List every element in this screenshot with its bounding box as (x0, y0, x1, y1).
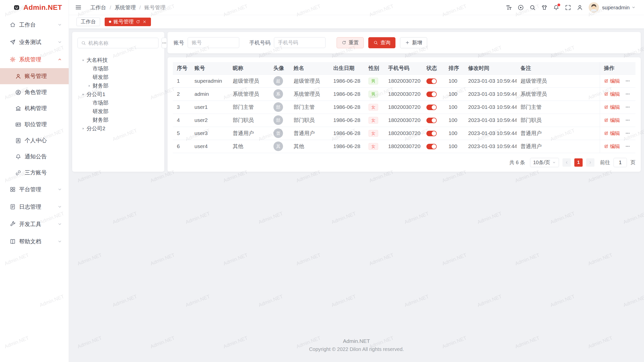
edit-button[interactable]: 编辑 (604, 91, 620, 98)
sidebar-item-workbench[interactable]: 工作台 (0, 16, 69, 33)
breadcrumb-item[interactable]: 工作台 (90, 4, 106, 11)
more-actions-button[interactable] (625, 118, 630, 123)
more-actions-button[interactable] (625, 131, 630, 136)
sidebar-item-log-manage[interactable]: 日志管理 (0, 198, 69, 215)
tree-caret-icon[interactable] (80, 93, 86, 96)
page-size-select[interactable]: 10条/页 (530, 158, 559, 167)
fullscreen-icon[interactable] (565, 4, 571, 11)
chevron-down-icon (57, 239, 62, 244)
edit-button[interactable]: 编辑 (604, 143, 620, 150)
cell-account: superadmin (190, 74, 229, 87)
theme-icon[interactable] (541, 4, 548, 11)
prev-page-button[interactable] (562, 158, 571, 167)
tab-account-manage[interactable]: 账号管理 (105, 18, 151, 26)
tree-node-label: 分公司2 (87, 125, 105, 132)
profile-icon[interactable] (577, 4, 583, 11)
goto-page-input[interactable] (614, 158, 627, 167)
status-toggle[interactable] (426, 118, 437, 123)
cell-birthdate: 1986-06-28 (329, 114, 365, 127)
user-menu-chevron-icon[interactable] (631, 5, 636, 10)
search-icon[interactable] (529, 4, 536, 11)
notification-icon[interactable] (553, 4, 559, 11)
status-toggle[interactable] (426, 131, 437, 136)
column-header: 状态 (422, 62, 445, 74)
cell-status (422, 87, 445, 101)
cell-avatar: 超 (269, 74, 290, 87)
sidebar-item-account-manage[interactable]: 账号管理 (0, 68, 69, 84)
tree-node[interactable]: 分公司2 (77, 124, 159, 133)
account-input[interactable] (188, 37, 239, 48)
sidebar-item-system-manage[interactable]: 系统管理 (0, 51, 69, 68)
tree-node[interactable]: 财务部 (77, 116, 159, 124)
tree-node[interactable]: 市场部 (77, 99, 159, 107)
row-avatar: 部 (273, 115, 283, 125)
breadcrumb: 工作台/系统管理/账号管理 (90, 4, 166, 11)
cell-birthdate: 1986-06-28 (329, 87, 365, 101)
cell-avatar: 系 (269, 87, 290, 101)
position-icon (15, 121, 21, 128)
org-search-box (77, 38, 158, 48)
cell-phone: 18020030720 (384, 74, 422, 87)
more-actions-button[interactable] (625, 144, 630, 149)
menu-collapse-icon[interactable] (75, 4, 82, 11)
more-actions-button[interactable] (625, 92, 630, 97)
tree-caret-icon[interactable] (86, 84, 92, 88)
grid-icon (10, 186, 16, 193)
sidebar-item-dev-tools[interactable]: 开发工具 (0, 215, 69, 233)
sidebar-item-position-manage[interactable]: 职位管理 (0, 116, 69, 132)
app-logo[interactable]: Admin.NET (0, 0, 69, 15)
tree-caret-icon[interactable] (80, 127, 86, 130)
next-page-button[interactable] (586, 158, 594, 167)
tree-node[interactable]: 研发部 (77, 107, 159, 116)
org-search-input[interactable] (88, 40, 155, 46)
current-page-button[interactable]: 1 (574, 158, 583, 167)
tree-node-label: 财务部 (93, 116, 108, 123)
toggle-knob (432, 118, 436, 123)
sidebar-item-third-account[interactable]: 三方账号 (0, 165, 69, 181)
status-toggle[interactable] (426, 105, 437, 110)
sidebar-item-platform-manage[interactable]: 平台管理 (0, 181, 69, 198)
user-avatar[interactable] (589, 2, 599, 13)
search-button[interactable]: 查询 (368, 37, 395, 48)
column-header: 操作 (600, 62, 635, 74)
sidebar-item-notice[interactable]: 通知公告 (0, 149, 69, 165)
tab-workbench[interactable]: 工作台 (76, 18, 100, 26)
status-toggle[interactable] (426, 144, 437, 149)
cell-index: 3 (173, 101, 190, 114)
cell-modified-time: 2023-01-03 10:59:44 (464, 74, 516, 87)
menu-label: 账号管理 (25, 72, 47, 80)
cell-phone: 18020030720 (384, 87, 422, 101)
edit-button[interactable]: 编辑 (604, 130, 620, 137)
tree-caret-icon[interactable] (80, 58, 86, 62)
edit-button[interactable]: 编辑 (604, 104, 620, 111)
menu-label: 机构管理 (25, 105, 47, 112)
sidebar-item-personal-center[interactable]: 个人中心 (0, 132, 69, 149)
add-button[interactable]: 新增 (400, 37, 427, 48)
reset-button[interactable]: 重置 (337, 37, 364, 48)
tree-node[interactable]: 研发部 (77, 73, 159, 81)
tab-close-icon[interactable] (142, 20, 147, 24)
tab-refresh-icon[interactable] (136, 20, 140, 24)
language-icon[interactable] (517, 4, 524, 11)
menu-label: 日志管理 (19, 203, 41, 211)
edit-button[interactable]: 编辑 (604, 117, 620, 124)
org-tree-more-button[interactable] (162, 38, 167, 48)
sidebar-item-business-test[interactable]: 业务测试 (0, 33, 69, 51)
more-actions-button[interactable] (625, 78, 630, 83)
status-toggle[interactable] (426, 92, 437, 97)
tree-node[interactable]: 市场部 (77, 64, 159, 73)
tree-node[interactable]: 分公司1 (77, 90, 159, 99)
breadcrumb-item[interactable]: 系统管理 (115, 4, 136, 11)
tree-node[interactable]: 大名科技 (77, 56, 159, 64)
tree-node[interactable]: 财务部 (77, 81, 159, 90)
more-actions-button[interactable] (625, 105, 630, 110)
sidebar-item-role-manage[interactable]: 角色管理 (0, 84, 69, 100)
phone-input[interactable] (274, 37, 326, 48)
status-toggle[interactable] (426, 78, 437, 84)
org-tree: 大名科技市场部研发部财务部分公司1市场部研发部财务部分公司2 (77, 56, 159, 133)
sidebar-item-org-manage[interactable]: 机构管理 (0, 100, 69, 116)
username[interactable]: superadmin (602, 5, 630, 11)
sidebar-item-help-docs[interactable]: 帮助文档 (0, 233, 69, 250)
edit-button[interactable]: 编辑 (604, 78, 620, 84)
font-size-icon[interactable] (506, 4, 512, 11)
